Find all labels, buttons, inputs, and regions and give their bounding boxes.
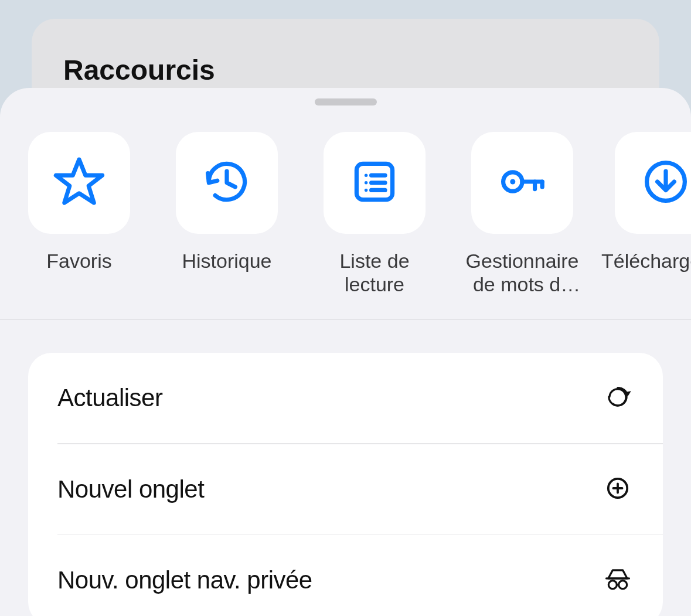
shortcut-label: Historique (182, 249, 271, 273)
shortcut-label: Gestionnaire de mots de p… (466, 249, 579, 296)
bottom-sheet: Favoris Historique (0, 88, 691, 616)
background-title: Raccourcis (63, 54, 628, 86)
shortcut-reading-list[interactable]: Liste de lecture (324, 132, 426, 296)
menu-item-refresh[interactable]: Actualiser (28, 353, 663, 443)
menu-item-new-private-tab[interactable]: Nouv. onglet nav. privée (28, 535, 663, 616)
star-icon (53, 155, 105, 210)
menu-item-label: Nouvel onglet (57, 475, 204, 503)
reading-list-icon (348, 155, 401, 210)
svg-point-20 (608, 581, 617, 589)
shortcut-favorites[interactable]: Favoris (28, 132, 130, 296)
plus-circle-icon (602, 472, 634, 506)
shortcut-password-manager[interactable]: Gestionnaire de mots de p… (471, 132, 573, 296)
history-icon (200, 155, 253, 210)
shortcut-label: Téléchargements (601, 249, 691, 273)
menu-item-label: Nouv. onglet nav. privée (57, 566, 312, 594)
svg-point-4 (365, 181, 367, 184)
key-icon (496, 155, 549, 210)
sheet-grabber[interactable] (315, 98, 377, 105)
svg-point-6 (365, 189, 367, 192)
svg-point-9 (510, 179, 515, 185)
downloads-tile (615, 132, 691, 234)
svg-point-21 (619, 581, 627, 589)
menu-item-new-tab[interactable]: Nouvel onglet (28, 444, 663, 535)
shortcut-label: Favoris (46, 249, 111, 273)
svg-point-2 (365, 174, 367, 177)
svg-marker-0 (56, 159, 102, 203)
history-tile (176, 132, 278, 234)
shortcut-downloads[interactable]: Téléchargements (619, 132, 691, 296)
incognito-icon (602, 563, 634, 597)
shortcut-label: Liste de lecture (324, 249, 426, 296)
shortcut-history[interactable]: Historique (176, 132, 278, 296)
favorites-tile (28, 132, 130, 234)
password-tile (471, 132, 573, 234)
reading-list-tile (324, 132, 426, 234)
menu-item-label: Actualiser (57, 384, 162, 412)
download-icon (639, 155, 691, 210)
actions-menu: Actualiser Nouvel onglet (28, 353, 663, 616)
shortcuts-row: Favoris Historique (0, 105, 691, 320)
refresh-icon (602, 381, 634, 415)
